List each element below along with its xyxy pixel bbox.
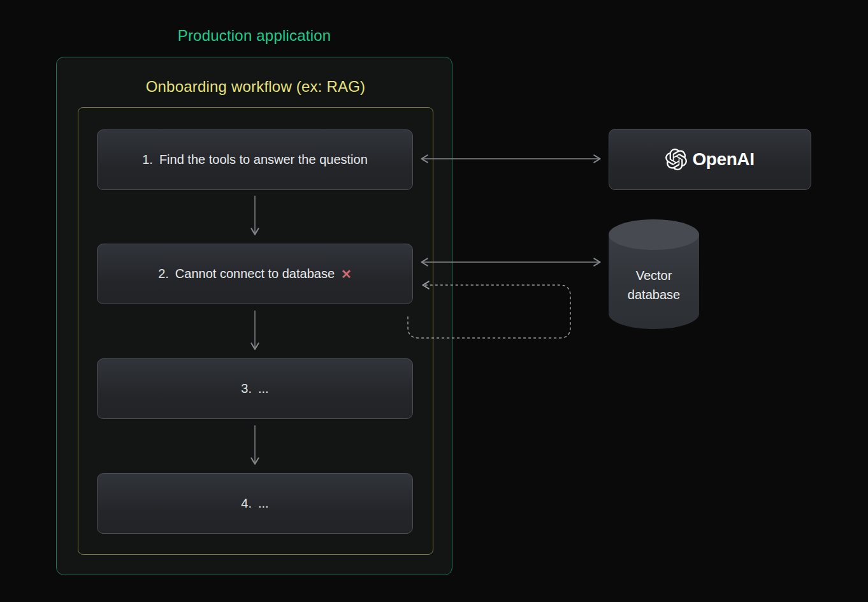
cylinder-top-ellipse [609,219,699,250]
diagram-canvas: Production application Onboarding workfl… [0,0,868,602]
step-3-box: 3. ... [97,358,413,419]
vector-db-label-line2: database [628,285,680,304]
step-4-box: 4. ... [97,473,413,534]
vector-database-cylinder: Vector database [609,219,699,329]
step-2-number: 2. [158,267,169,281]
step-1-label: Find the tools to answer the question [159,152,368,167]
step-1-box: 1. Find the tools to answer the question [97,129,413,190]
openai-wordmark: OpenAI [692,149,754,170]
vector-db-label-line1: Vector [636,266,672,285]
step-4-label: ... [258,496,269,511]
error-cross-icon: ✕ [341,267,352,282]
step-3-number: 3. [241,381,252,396]
onboarding-workflow-title: Onboarding workflow (ex: RAG) [78,78,433,96]
step-2-box: 2. Cannot connect to database ✕ [97,244,413,304]
step-1-number: 1. [142,152,153,167]
step-3-label: ... [258,381,269,396]
openai-logo-icon [665,149,687,170]
step-2-label: Cannot connect to database [175,267,335,281]
openai-service-card: OpenAI [609,129,811,190]
production-application-title: Production application [56,27,452,45]
step-4-number: 4. [241,496,252,511]
